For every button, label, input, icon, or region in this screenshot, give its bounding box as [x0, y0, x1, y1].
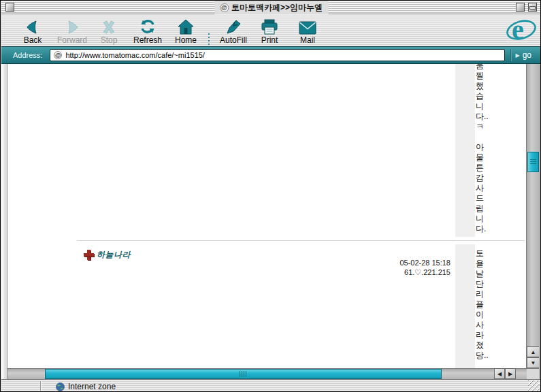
status-bar: Internet zone	[1, 379, 541, 392]
table-cell-spacer-bottom	[455, 244, 475, 368]
left-arrow-icon: ◀	[497, 371, 502, 377]
refresh-button[interactable]: Refresh	[128, 17, 167, 45]
signature-text: 하늘나라	[97, 249, 131, 261]
autofill-button[interactable]: AutoFill	[214, 17, 253, 45]
close-box[interactable]	[5, 3, 14, 12]
autofill-label: AutoFill	[220, 36, 247, 45]
red-cross-icon	[84, 250, 94, 260]
post-meta: 05-02-28 15:18 61.♡.221.215	[399, 258, 450, 277]
mail-button[interactable]: Mail	[288, 17, 327, 45]
url-at-icon: @	[54, 51, 62, 59]
print-icon	[261, 18, 278, 35]
autofill-icon	[225, 18, 242, 35]
title-bar[interactable]: @ 토마토맥카페>>임마누엘	[1, 1, 541, 14]
go-button[interactable]: ▶ go	[515, 50, 541, 60]
browser-toolbar: Back Forward Stop	[1, 14, 541, 46]
mail-icon	[299, 18, 316, 35]
back-icon	[24, 18, 41, 35]
row-divider	[77, 240, 525, 241]
page-title: 토마토맥카페>>임마누엘	[231, 2, 323, 14]
home-button[interactable]: Home	[166, 17, 206, 45]
refresh-label: Refresh	[133, 36, 162, 45]
page-at-icon: @	[220, 3, 229, 12]
internet-explorer-logo: e	[506, 16, 537, 47]
vertical-scroll-thumb[interactable]	[527, 152, 539, 172]
go-label: go	[523, 50, 531, 60]
refresh-icon	[139, 18, 157, 35]
status-segment-divider	[40, 381, 41, 391]
zoom-box[interactable]	[516, 3, 525, 12]
forward-icon	[64, 18, 80, 35]
author-signature: 하늘나라	[84, 249, 131, 261]
svg-text:e: e	[512, 16, 524, 44]
home-label: Home	[175, 36, 197, 45]
table-cell-spacer-top	[455, 64, 475, 237]
right-arrow-icon: ▶	[508, 371, 512, 377]
print-label: Print	[261, 36, 278, 45]
page-content: 움 찔 했 습 니 다.. ㅋ 아 물 튼 감 사 드 립 니 다. 하늘나라 …	[7, 64, 526, 368]
forward-label: Forward	[57, 36, 87, 45]
scroll-down-button[interactable]: ▼	[527, 357, 540, 368]
scroll-right-button[interactable]: ▶	[505, 368, 516, 379]
scroll-up-button[interactable]: ▲	[527, 346, 540, 357]
home-icon	[178, 18, 194, 35]
address-input[interactable]: @ http://www.tomatomac.com/cafe/~mi1515/	[50, 49, 505, 61]
scrollbar-corner	[527, 368, 539, 379]
horizontal-scroll-thumb[interactable]	[45, 369, 442, 379]
go-arrow-icon: ▶	[515, 52, 519, 59]
post-date: 05-02-28 15:18	[399, 258, 450, 267]
stop-icon	[101, 18, 117, 35]
horizontal-scrollbar[interactable]: ◀ ▶	[7, 368, 527, 379]
url-text: http://www.tomatomac.com/cafe/~mi1515/	[65, 51, 205, 59]
window-left-edge	[1, 64, 7, 379]
back-button[interactable]: Back	[13, 17, 52, 45]
security-zone-text: Internet zone	[68, 382, 116, 391]
forward-button: Forward	[52, 17, 92, 45]
back-label: Back	[24, 36, 42, 45]
globe-icon	[56, 382, 65, 392]
comment-text-top: 움 찔 했 습 니 다.. ㅋ 아 물 튼 감 사 드 립 니 다.	[476, 64, 493, 234]
stop-button: Stop	[89, 17, 129, 45]
up-arrow-icon: ▲	[531, 349, 536, 355]
window-title-area: @ 토마토맥카페>>임마누엘	[214, 1, 328, 14]
vertical-scrollbar[interactable]: ▲ ▼	[526, 64, 539, 368]
address-label: Address:	[13, 51, 42, 59]
window-resize-grip[interactable]	[528, 380, 540, 392]
down-arrow-icon: ▼	[531, 360, 536, 366]
stop-label: Stop	[101, 36, 118, 45]
mail-label: Mail	[300, 36, 315, 45]
browser-window: @ 토마토맥카페>>임마누엘 Back Forward Stop	[0, 0, 541, 392]
scroll-left-button[interactable]: ◀	[494, 368, 505, 379]
address-go-divider	[510, 49, 512, 61]
post-ip: 61.♡.221.215	[399, 267, 450, 277]
print-button[interactable]: Print	[250, 17, 289, 45]
address-bar: Address: @ http://www.tomatomac.com/cafe…	[1, 46, 541, 64]
comment-text-bottom: 토 욜 날 단 리 플 이 사 라 졌 당..	[476, 248, 493, 361]
collapse-box[interactable]	[528, 3, 537, 12]
